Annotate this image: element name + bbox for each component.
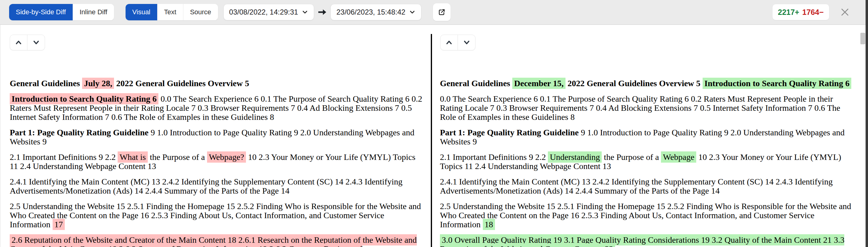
close-button[interactable]	[839, 6, 851, 18]
view-mode-switch: Visual Text Source	[126, 4, 218, 20]
to-date-dropdown[interactable]: 23/06/2023, 15:48:42	[331, 4, 422, 20]
next-change-button[interactable]	[27, 35, 45, 50]
side-by-side-diff-button[interactable]: Side-by-Side Diff	[9, 4, 73, 20]
text-view-button[interactable]: Text	[157, 4, 183, 20]
text-run: 2.1 Important Definitions 9 2.2	[10, 152, 118, 162]
external-link-icon	[437, 8, 446, 16]
prev-change-button[interactable]	[440, 35, 458, 50]
close-icon	[840, 7, 850, 17]
arrow-right-icon	[318, 8, 327, 16]
to-date-value: 23/06/2023, 15:48:42	[336, 8, 405, 16]
removed-count: 1764−	[802, 8, 824, 17]
text-run: General Guidelines	[440, 79, 512, 88]
text-run: 2022 General Guidelines Overview 5	[114, 79, 249, 88]
diff-paragraph: Part 1: Page Quality Rating Guideline 9 …	[440, 128, 854, 146]
window-right-edge	[866, 0, 868, 247]
next-change-button[interactable]	[458, 35, 475, 50]
from-date-value: 03/08/2022, 14:29:31	[229, 8, 298, 16]
diff-paragraph: General Guidelines December 15, 2022 Gen…	[440, 79, 854, 88]
diff-content: General Guidelines July 28, 2022 General…	[0, 25, 868, 247]
change-counts-badge: 2217+ 1764−	[773, 4, 829, 20]
diff-mode-switch: Side-by-Side Diff Inline Diff	[9, 4, 114, 20]
diff-paragraph: Introduction to Search Quality Rating 6 …	[10, 94, 424, 122]
diff-toolbar: Side-by-Side Diff Inline Diff Visual Tex…	[0, 0, 868, 25]
inserted-text: 18	[483, 219, 495, 230]
text-run: 2.4.1 Identifying the Main Content (MC) …	[10, 177, 403, 196]
text-run: 2.4.1 Identifying the Main Content (MC) …	[440, 177, 833, 196]
inserted-text: Understanding	[548, 151, 602, 163]
deleted-text: 2.6 Reputation of the Website and Creato…	[10, 234, 417, 247]
text-run: 2022 General Guidelines Overview 5	[565, 79, 703, 88]
inserted-text: December 15,	[512, 78, 565, 89]
deleted-text: July 28,	[82, 78, 114, 89]
old-version-pane: General Guidelines July 28, 2022 General…	[0, 25, 431, 247]
chevron-down-icon	[409, 9, 415, 15]
right-change-navigator	[440, 35, 475, 50]
visual-view-button[interactable]: Visual	[126, 4, 157, 20]
vertical-scrollbar-thumb[interactable]	[860, 33, 865, 44]
text-run: 2.5 Understanding the Website 15 2.5.1 F…	[440, 202, 851, 229]
old-document-text: General Guidelines July 28, 2022 General…	[1, 79, 424, 247]
added-count: 2217+	[778, 8, 799, 17]
text-run: Part 1: Page Quality Rating Guideline	[440, 128, 579, 137]
from-date-dropdown[interactable]: 03/08/2022, 14:29:31	[223, 4, 314, 20]
deleted-text: What is	[118, 151, 148, 163]
new-document-text: General Guidelines December 15, 2022 Gen…	[432, 79, 854, 247]
text-run: 2.1 Important Definitions 9 2.2	[440, 152, 548, 162]
inserted-text: Webpage	[661, 151, 696, 163]
diff-paragraph: General Guidelines July 28, 2022 General…	[10, 79, 424, 88]
diff-paragraph: 2.5 Understanding the Website 15 2.5.1 F…	[440, 202, 854, 229]
diff-paragraph: 2.4.1 Identifying the Main Content (MC) …	[10, 177, 424, 196]
new-version-pane: General Guidelines December 15, 2022 Gen…	[432, 25, 868, 247]
diff-paragraph: 0.0 The Search Experience 6 0.1 The Purp…	[440, 94, 854, 122]
deleted-text: Webpage?	[207, 151, 246, 163]
deleted-text: Introduction to Search Quality Rating 6	[10, 93, 158, 104]
inserted-text: Introduction to Search Quality Rating 6	[703, 78, 851, 89]
text-run: the Purpose of a	[148, 152, 207, 162]
open-external-button[interactable]	[433, 3, 451, 21]
text-run: 0.0 The Search Experience 6 0.1 The Purp…	[440, 94, 840, 122]
text-run: the Purpose of a	[602, 152, 661, 162]
prev-change-button[interactable]	[10, 35, 27, 50]
diff-paragraph: 2.4.1 Identifying the Main Content (MC) …	[440, 177, 854, 196]
inline-diff-button[interactable]: Inline Diff	[73, 4, 114, 20]
inserted-text: 3.0 Overall Page Quality Rating 19 3.1 P…	[440, 234, 844, 247]
pane-divider	[431, 34, 432, 247]
diff-paragraph: 2.1 Important Definitions 9 2.2 Understa…	[440, 153, 854, 171]
text-run: Part 1: Page Quality Rating Guideline	[10, 128, 149, 137]
diff-paragraph: 3.0 Overall Page Quality Rating 19 3.1 P…	[440, 236, 854, 247]
text-run: 2.5 Understanding the Website 15 2.5.1 F…	[10, 202, 421, 229]
diff-paragraph: 2.5 Understanding the Website 15 2.5.1 F…	[10, 202, 424, 229]
source-view-button[interactable]: Source	[183, 4, 218, 20]
diff-paragraph: 2.6 Reputation of the Website and Creato…	[10, 236, 424, 247]
chevron-down-icon	[302, 9, 308, 15]
diff-paragraph: 2.1 Important Definitions 9 2.2 What is …	[10, 153, 424, 171]
diff-paragraph: Part 1: Page Quality Rating Guideline 9 …	[10, 128, 424, 146]
text-run: General Guidelines	[10, 79, 82, 88]
left-change-navigator	[10, 35, 45, 50]
deleted-text: 17	[53, 219, 65, 230]
